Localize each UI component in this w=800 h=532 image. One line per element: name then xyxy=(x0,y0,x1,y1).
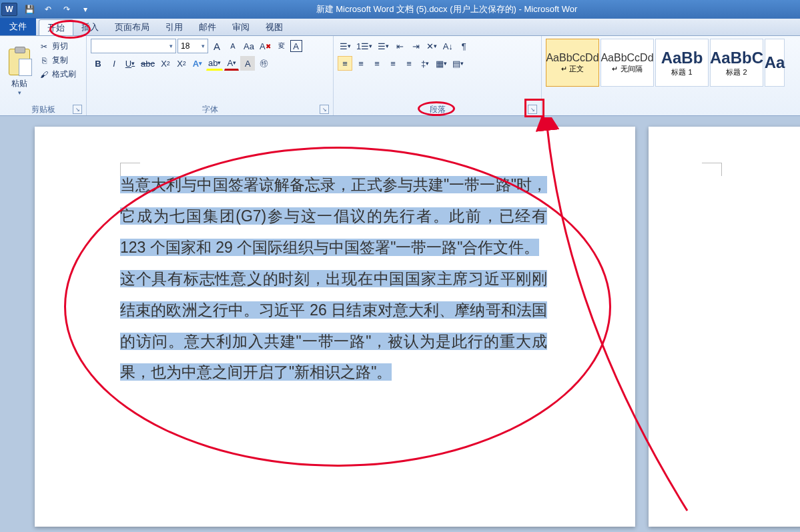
multilevel-button[interactable]: ☰▾ xyxy=(376,39,391,53)
ribbon: 粘贴 ▾ ✂剪切 ⎘复制 🖌格式刷 剪贴板 ↘ ▾ 18▾ A A Aa A✖ … xyxy=(0,36,800,116)
decrease-indent-button[interactable]: ⇤ xyxy=(392,39,407,53)
align-justify-button[interactable]: ≡ xyxy=(386,56,400,71)
styles-group: AaBbCcDd ↵ 正文 AaBbCcDd ↵ 无间隔 AaBb 标题 1 A… xyxy=(542,36,800,115)
asian-layout-button[interactable]: ✕▾ xyxy=(424,39,439,53)
paragraph-group-label: 段落 ↘ xyxy=(338,103,537,115)
shrink-font-button[interactable]: A xyxy=(226,39,240,53)
clipboard-dialog-launcher[interactable]: ↘ xyxy=(73,105,82,114)
tab-insert[interactable]: 插入 xyxy=(73,19,107,35)
style-no-spacing[interactable]: AaBbCcDd ↵ 无间隔 xyxy=(601,39,654,87)
paste-button[interactable]: 粘贴 ▾ xyxy=(4,39,35,103)
numbering-button[interactable]: 1☰▾ xyxy=(354,39,374,53)
show-marks-button[interactable]: ¶ xyxy=(456,39,471,53)
copy-icon: ⎘ xyxy=(39,55,49,66)
tab-mailings[interactable]: 邮件 xyxy=(191,19,224,35)
title-bar: W 💾 ↶ ↷ ▾ 新建 Microsoft Word 文档 (5).docx … xyxy=(0,0,800,19)
grow-font-button[interactable]: A xyxy=(210,39,224,53)
scissors-icon: ✂ xyxy=(39,41,49,52)
tab-page-layout[interactable]: 页面布局 xyxy=(107,19,157,35)
page-next[interactable] xyxy=(649,127,800,527)
style-more[interactable]: Aa xyxy=(765,39,785,87)
style-normal[interactable]: AaBbCcDd ↵ 正文 xyxy=(546,39,599,87)
style-preview: AaBbCcDd xyxy=(546,52,598,64)
bullets-button[interactable]: ☰▾ xyxy=(338,39,353,53)
align-center-button[interactable]: ≡ xyxy=(354,56,368,71)
margin-mark xyxy=(702,163,722,176)
sort-button[interactable]: A↓ xyxy=(440,39,455,53)
style-heading2[interactable]: AaBbC 标题 2 xyxy=(710,39,763,87)
style-preview: AaBb xyxy=(661,49,703,67)
selected-text: 当意大利与中国签署谅解备忘录，正式参与共建"一带一路"时，它成为七国集团(G7)… xyxy=(120,176,547,256)
tab-references[interactable]: 引用 xyxy=(157,19,191,35)
char-border-button[interactable]: A xyxy=(290,40,302,52)
format-painter-button[interactable]: 🖌格式刷 xyxy=(37,68,77,81)
paragraph-group: ☰▾ 1☰▾ ☰▾ ⇤ ⇥ ✕▾ A↓ ¶ ≡ ≡ ≡ ≡ ≡ ‡▾ ▦▾ ▤▾… xyxy=(334,36,542,115)
subscript-button[interactable]: X2 xyxy=(158,56,173,71)
paste-icon xyxy=(9,49,30,75)
align-right-button[interactable]: ≡ xyxy=(370,56,384,71)
tab-file[interactable]: 文件 xyxy=(0,18,36,35)
font-dialog-launcher[interactable]: ↘ xyxy=(320,105,329,114)
font-size-combo[interactable]: 18▾ xyxy=(177,39,208,53)
clear-format-button[interactable]: A✖ xyxy=(258,39,273,53)
underline-button[interactable]: U▾ xyxy=(123,56,137,71)
highlight-button[interactable]: ab▾ xyxy=(206,56,223,71)
body-text[interactable]: 当意大利与中国签署谅解备忘录，正式参与共建"一带一路"时，它成为七国集团(G7)… xyxy=(120,169,547,388)
borders-button[interactable]: ▤▾ xyxy=(450,56,466,71)
style-gallery: AaBbCcDd ↵ 正文 AaBbCcDd ↵ 无间隔 AaBb 标题 1 A… xyxy=(546,39,800,87)
strike-button[interactable]: abc xyxy=(139,56,157,71)
quick-access-toolbar: 💾 ↶ ↷ ▾ xyxy=(21,3,93,16)
page[interactable]: 当意大利与中国签署谅解备忘录，正式参与共建"一带一路"时，它成为七国集团(G7)… xyxy=(35,127,635,527)
font-group-label: 字体 ↘ xyxy=(91,103,329,115)
enclose-char-button[interactable]: ㊕ xyxy=(256,56,271,71)
qat-save-button[interactable]: 💾 xyxy=(21,3,37,16)
word-icon: W xyxy=(1,3,17,16)
increase-indent-button[interactable]: ⇥ xyxy=(408,39,423,53)
brush-icon: 🖌 xyxy=(39,69,49,80)
font-group: ▾ 18▾ A A Aa A✖ 変 A B I U▾ abc X2 X2 A▾ … xyxy=(87,36,334,115)
align-left-button[interactable]: ≡ xyxy=(338,56,352,71)
superscript-button[interactable]: X2 xyxy=(174,56,189,71)
qat-undo-button[interactable]: ↶ xyxy=(40,3,56,16)
qat-customize-button[interactable]: ▾ xyxy=(77,3,93,16)
chevron-down-icon: ▾ xyxy=(169,43,173,49)
window-title: 新建 Microsoft Word 文档 (5).docx (用户上次保存的) … xyxy=(93,3,800,15)
copy-button[interactable]: ⎘复制 xyxy=(37,54,77,67)
font-name-combo[interactable]: ▾ xyxy=(91,39,176,53)
paragraph-dialog-launcher[interactable]: ↘ xyxy=(528,105,537,114)
style-preview: AaBbCcDd xyxy=(601,52,653,64)
tab-home[interactable]: 开始 xyxy=(39,19,73,35)
document-area: 当意大利与中国签署谅解备忘录，正式参与共建"一带一路"时，它成为七国集团(G7)… xyxy=(0,116,800,532)
bold-button[interactable]: B xyxy=(91,56,105,71)
tab-view[interactable]: 视图 xyxy=(258,19,291,35)
clipboard-group: 粘贴 ▾ ✂剪切 ⎘复制 🖌格式刷 剪贴板 ↘ xyxy=(0,36,87,115)
ribbon-tabs: 文件 开始 插入 页面布局 引用 邮件 审阅 视图 xyxy=(0,19,800,36)
phonetic-button[interactable]: 変 xyxy=(274,39,289,53)
qat-redo-button[interactable]: ↷ xyxy=(59,3,75,16)
selected-text: 这个具有标志性意义的时刻，出现在中国国家主席习近平刚刚结束的欧洲之行中。习近平 … xyxy=(120,270,547,381)
text-effects-button[interactable]: A▾ xyxy=(190,56,205,71)
tab-review[interactable]: 审阅 xyxy=(224,19,258,35)
font-color-button[interactable]: A▾ xyxy=(224,56,239,71)
chevron-down-icon: ▾ xyxy=(202,43,205,49)
line-spacing-button[interactable]: ‡▾ xyxy=(418,56,432,71)
shading-button[interactable]: ▦▾ xyxy=(434,56,449,71)
cut-button[interactable]: ✂剪切 xyxy=(37,40,77,53)
italic-button[interactable]: I xyxy=(107,56,121,71)
style-preview: Aa xyxy=(765,53,785,72)
clipboard-group-label: 剪贴板 ↘ xyxy=(4,103,82,115)
style-preview: AaBbC xyxy=(710,49,763,67)
align-distribute-button[interactable]: ≡ xyxy=(402,56,416,71)
style-heading1[interactable]: AaBb 标题 1 xyxy=(655,39,709,87)
char-shading-button[interactable]: A xyxy=(240,56,255,71)
paste-label: 粘贴 xyxy=(11,78,27,89)
change-case-button[interactable]: Aa xyxy=(242,39,256,53)
